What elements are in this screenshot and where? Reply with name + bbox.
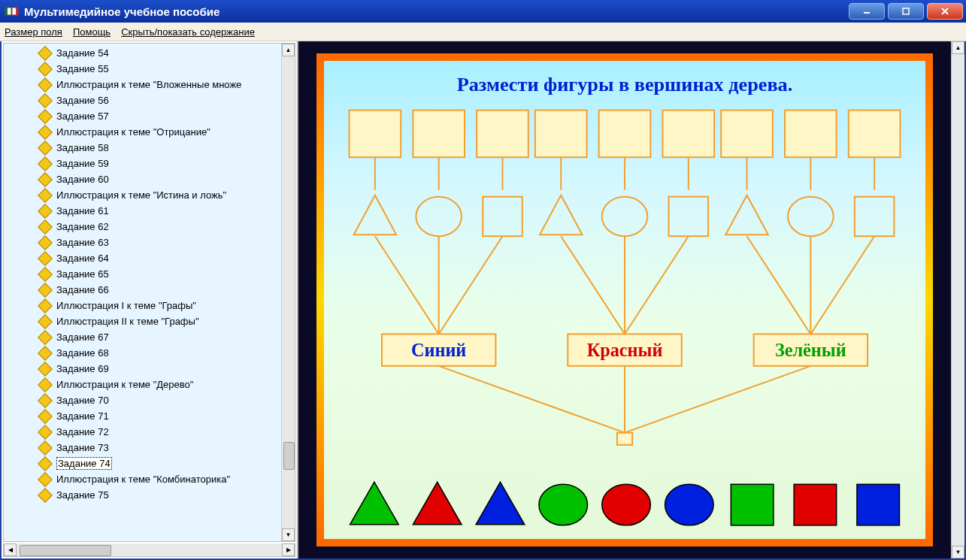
topic-icon	[38, 93, 53, 108]
toc-item[interactable]: Задание 72	[4, 424, 281, 440]
toc-item[interactable]: Задание 75	[4, 487, 281, 503]
toc-item[interactable]: Задание 57	[4, 108, 281, 124]
tree-node-square	[669, 197, 708, 236]
drop-slot[interactable]	[721, 110, 773, 158]
toc-item[interactable]: Задание 70	[4, 392, 281, 408]
palette-shape[interactable]	[794, 484, 837, 525]
toc-item[interactable]: Иллюстрация к теме "Отрицание"	[4, 124, 281, 140]
toc-item[interactable]: Задание 56	[4, 92, 281, 108]
drop-slot[interactable]	[413, 110, 465, 158]
tree-node-triangle	[540, 195, 583, 235]
toc-item-label: Задание 74	[56, 457, 112, 470]
color-label: Синий	[411, 340, 466, 360]
maximize-button[interactable]	[888, 3, 924, 20]
toc-item-label: Задание 60	[56, 174, 109, 185]
drop-slot[interactable]	[599, 110, 651, 158]
drop-slot[interactable]	[350, 110, 401, 158]
scroll-down-button[interactable]: ▼	[952, 546, 964, 558]
color-label: Зелёный	[775, 340, 846, 360]
toc-item-label: Задание 57	[56, 110, 109, 122]
toc-item[interactable]: Задание 66	[4, 282, 281, 298]
drop-slot[interactable]	[662, 110, 714, 158]
window-controls	[849, 3, 963, 20]
drop-slot[interactable]	[785, 110, 837, 158]
toc-item[interactable]: Иллюстрация к теме "Дерево"	[4, 377, 281, 392]
toc-item[interactable]: Иллюстрация к теме "Комбинаторика"	[4, 471, 281, 487]
toc-item[interactable]: Иллюстрация I к теме "Графы"	[4, 298, 281, 313]
palette-shape[interactable]	[857, 484, 900, 525]
toc-item[interactable]: Задание 65	[4, 266, 281, 282]
toc-item[interactable]: Задание 61	[4, 203, 281, 219]
toc-item[interactable]: Задание 71	[4, 408, 281, 424]
toc-item[interactable]: Задание 63	[4, 235, 281, 250]
task-diagram[interactable]: Размести фигуры в вершинах дерева.СинийК…	[324, 61, 925, 539]
toc-tree[interactable]: Задание 54Задание 55Иллюстрация к теме "…	[4, 44, 281, 541]
svg-rect-2	[5, 8, 8, 15]
toc-item-label: Иллюстрация к теме "Комбинаторика"	[56, 474, 230, 485]
drop-slot[interactable]	[477, 110, 528, 158]
toc-item[interactable]: Задание 60	[4, 171, 281, 187]
topic-icon	[38, 362, 53, 377]
sidebar-hscrollbar[interactable]: ◀ ▶	[3, 543, 295, 557]
toc-item[interactable]: Задание 59	[4, 156, 281, 171]
topic-icon	[38, 172, 53, 187]
topic-icon	[38, 188, 53, 203]
topic-icon	[38, 377, 53, 392]
toc-item-label: Иллюстрация к теме "Дерево"	[56, 379, 193, 390]
main-vscrollbar[interactable]: ▲ ▼	[951, 41, 964, 558]
menu-help[interactable]: Помощь	[73, 26, 111, 38]
palette-shape[interactable]	[413, 482, 462, 525]
drop-slot[interactable]	[535, 110, 587, 158]
palette-shape[interactable]	[602, 484, 651, 525]
toc-item[interactable]: Задание 58	[4, 140, 281, 156]
drop-slot[interactable]	[849, 110, 901, 158]
scroll-thumb[interactable]	[20, 545, 111, 556]
toc-item[interactable]: Задание 54	[4, 45, 281, 61]
palette-shape[interactable]	[731, 484, 774, 525]
scroll-up-button[interactable]: ▲	[952, 41, 964, 54]
palette-shape[interactable]	[350, 482, 399, 525]
sidebar-vscrollbar[interactable]: ▲ ▼	[281, 44, 295, 541]
palette-shape[interactable]	[539, 484, 588, 525]
menu-field-size[interactable]: Размер поля	[5, 26, 62, 38]
toc-item[interactable]: Иллюстрация II к теме "Графы"	[4, 313, 281, 329]
sidebar: Задание 54Задание 55Иллюстрация к теме "…	[2, 41, 298, 558]
scroll-up-button[interactable]: ▲	[282, 44, 295, 56]
palette-shape[interactable]	[665, 484, 714, 525]
topic-icon	[38, 235, 53, 250]
scroll-down-button[interactable]: ▼	[282, 528, 295, 541]
toc-item-label: Задание 58	[56, 142, 109, 153]
connector	[625, 236, 689, 334]
toc-item[interactable]: Задание 64	[4, 250, 281, 266]
content: Задание 54Задание 55Иллюстрация к теме "…	[0, 41, 966, 560]
scroll-left-button[interactable]: ◀	[4, 543, 17, 556]
toc-item[interactable]: Иллюстрация к теме "Вложенные множе	[4, 77, 281, 92]
topic-icon	[38, 393, 53, 408]
connector	[439, 366, 625, 433]
toc-item[interactable]: Иллюстрация к теме "Истина и ложь"	[4, 187, 281, 203]
topic-icon	[38, 330, 53, 345]
toc-item[interactable]: Задание 67	[4, 329, 281, 345]
toc-item[interactable]: Задание 73	[4, 440, 281, 456]
toc-item[interactable]: Задание 62	[4, 219, 281, 235]
scroll-thumb[interactable]	[283, 442, 295, 470]
toc-item[interactable]: Задание 55	[4, 61, 281, 77]
app-icon	[5, 4, 20, 19]
toc-item-label: Задание 55	[56, 63, 109, 74]
connector	[439, 236, 503, 334]
connector	[810, 236, 874, 334]
toc-item[interactable]: Задание 69	[4, 361, 281, 377]
task-canvas: Размести фигуры в вершинах дерева.СинийК…	[298, 41, 951, 558]
minimize-button[interactable]	[849, 3, 885, 20]
toc-item[interactable]: Задание 74	[4, 456, 281, 471]
palette-shape[interactable]	[476, 482, 525, 525]
topic-icon	[38, 456, 53, 471]
topic-icon	[38, 219, 53, 235]
tree-root	[617, 433, 632, 445]
scroll-right-button[interactable]: ▶	[282, 543, 295, 556]
menu-toggle-toc[interactable]: Скрыть/показать содержание	[121, 26, 255, 38]
close-button[interactable]	[927, 3, 963, 20]
toc-item[interactable]: Задание 68	[4, 345, 281, 361]
toc-item-label: Иллюстрация к теме "Истина и ложь"	[56, 189, 226, 201]
tree-node-triangle	[354, 195, 397, 235]
